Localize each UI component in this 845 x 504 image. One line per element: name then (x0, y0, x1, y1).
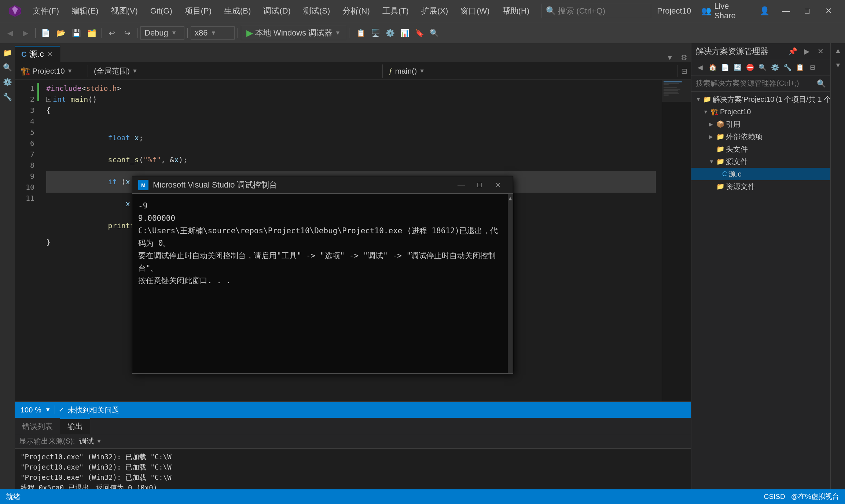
active-tab[interactable]: C 源.c ✕ (15, 46, 60, 62)
editor-split-button[interactable]: ⊟ (677, 65, 691, 77)
title-bar-right: Project10 👥 Live Share 👤 — □ ✕ (657, 0, 839, 22)
output-source-dropdown[interactable]: 调试 ▼ (79, 436, 102, 446)
panel-tool-filter[interactable]: 🔍 (757, 62, 768, 73)
debug-scroll-up-icon[interactable]: ▲ (507, 195, 513, 202)
tree-source-c[interactable]: ▶ C 源.c (691, 168, 830, 180)
scope-breadcrumb[interactable]: (全局范围) ▼ (88, 64, 383, 78)
panel-tool-refresh[interactable]: 🔄 (732, 62, 743, 73)
debug-console-title-bar: M Microsoft Visual Studio 调试控制台 — □ ✕ (132, 176, 513, 194)
function-breadcrumb[interactable]: ƒ main() ▼ (383, 65, 677, 77)
menu-help[interactable]: 帮助(H) (496, 4, 536, 18)
toolbar-icon-4[interactable]: 📊 (398, 26, 412, 40)
scroll-down-button[interactable]: ▼ (831, 58, 845, 73)
maximize-button[interactable]: □ (797, 4, 818, 18)
panel-header: 解决方案资源管理器 📌 ▶ ✕ (691, 43, 830, 59)
activity-icon-3[interactable]: ⚙️ (1, 75, 14, 89)
panel-tool-home[interactable]: 🏠 (707, 62, 719, 73)
activity-icon-4[interactable]: 🔧 (1, 90, 14, 103)
panel-search-bar: 🔍 (691, 75, 830, 92)
menu-tools[interactable]: 工具(T) (376, 4, 415, 18)
solution-search-icon[interactable]: 🔍 (817, 79, 826, 88)
menu-git[interactable]: Git(G) (144, 5, 178, 17)
line-col-status[interactable]: @在%虚拟视台 (791, 492, 839, 501)
activity-icon-2[interactable]: 🔍 (1, 61, 14, 74)
debug-config-dropdown[interactable]: Debug ▼ (140, 26, 184, 40)
panel-tool-back[interactable]: ◀ (694, 62, 706, 73)
open-button[interactable]: 📂 (54, 26, 68, 40)
close-button[interactable]: ✕ (818, 4, 839, 18)
activity-icon-1[interactable]: 📁 (1, 46, 14, 59)
panel-tool-misc[interactable]: 🔧 (782, 62, 793, 73)
debug-console-maximize[interactable]: □ (470, 178, 489, 192)
menu-project[interactable]: 项目(P) (179, 4, 217, 18)
panel-tool-props[interactable]: 📋 (794, 62, 806, 73)
source-label: 源文件 (726, 157, 748, 167)
zoom-level[interactable]: 100 % (21, 406, 41, 414)
fold-icon-main[interactable]: - (46, 97, 51, 102)
live-share-button[interactable]: 👥 Live Share (697, 0, 754, 22)
panel-tool-stop[interactable]: ⛔ (744, 62, 756, 73)
tab-settings-button[interactable]: ⚙ (677, 53, 691, 62)
toolbar-sep-4 (187, 28, 188, 38)
minimize-button[interactable]: — (775, 4, 797, 18)
undo-button[interactable]: ↩ (105, 26, 119, 40)
tree-external-deps[interactable]: ▶ 📁 外部依赖项 (691, 130, 830, 143)
panel-pin-button[interactable]: 📌 (787, 46, 798, 57)
toolbar-icon-3[interactable]: ⚙️ (383, 26, 397, 40)
encoding-status[interactable]: CSISD (764, 493, 785, 501)
debug-console-minimize[interactable]: — (452, 178, 470, 192)
scroll-up-button[interactable]: ▲ (831, 43, 845, 58)
menu-build[interactable]: 生成(B) (218, 4, 257, 18)
save-button[interactable]: 💾 (69, 26, 83, 40)
tree-project-root[interactable]: ▼ 🏗️ Project10 (691, 105, 830, 118)
tab-errors[interactable]: 错误列表 (15, 418, 60, 434)
platform-dropdown[interactable]: x86 ▼ (191, 26, 235, 40)
panel-tool-settings[interactable]: ⚙️ (769, 62, 781, 73)
debug-console-output[interactable]: -9 9.000000 C:\Users\王斯楠\source\repos\Pr… (132, 194, 508, 373)
back-button[interactable]: ◀ (3, 26, 17, 40)
check-icon: ✓ (59, 406, 64, 414)
debug-console-close[interactable]: ✕ (489, 178, 507, 192)
tab-output[interactable]: 输出 (60, 418, 90, 434)
tree-solution-root[interactable]: ▼ 📁 解决方案'Project10'(1 个项目/共 1 个) (691, 93, 830, 105)
tab-close-button[interactable]: ✕ (47, 51, 54, 58)
menu-extensions[interactable]: 扩展(X) (415, 4, 454, 18)
debug-console-scrollbar[interactable]: ▲ (508, 194, 513, 373)
solution-search-input[interactable] (696, 79, 814, 88)
start-debug-button[interactable]: ▶ 本地 Windows 调试器 ▼ (241, 26, 346, 40)
project-icon: 🏗️ (710, 108, 719, 116)
menu-file[interactable]: 文件(F) (27, 4, 65, 18)
tab-overflow-button[interactable]: ▼ (662, 53, 677, 62)
toolbar-icon-1[interactable]: 📋 (354, 26, 368, 40)
function-arrow-icon: ▼ (419, 68, 425, 74)
toolbar-icon-5[interactable]: 🔖 (412, 26, 426, 40)
profile-icon[interactable]: 👤 (760, 6, 769, 16)
new-file-button[interactable]: 📄 (38, 26, 52, 40)
zoom-chevron-icon[interactable]: ▼ (45, 407, 51, 413)
tree-header-files[interactable]: ▶ 📁 头文件 (691, 143, 830, 155)
save-all-button[interactable]: 🗂️ (85, 26, 99, 40)
title-search-box[interactable]: 🔍 搜索 (Ctrl+Q) (541, 4, 651, 18)
panel-close-button[interactable]: ✕ (815, 46, 826, 57)
code-line-5: float x; (46, 127, 656, 149)
menu-analyze[interactable]: 分析(N) (337, 4, 376, 18)
tree-resource-files[interactable]: ▶ 📁 资源文件 (691, 180, 830, 193)
menu-view[interactable]: 视图(V) (105, 4, 144, 18)
panel-tool-collapse[interactable]: ⊟ (807, 62, 818, 73)
project-expand-icon: ▼ (703, 109, 709, 115)
toolbar-icon-6[interactable]: 🔍 (427, 26, 441, 40)
panel-arrow-button[interactable]: ▶ (801, 46, 812, 57)
menu-edit[interactable]: 编辑(E) (66, 4, 104, 18)
headers-label: 头文件 (726, 144, 748, 154)
redo-button[interactable]: ↪ (120, 26, 134, 40)
tree-source-files[interactable]: ▼ 📁 源文件 (691, 155, 830, 168)
forward-button[interactable]: ▶ (18, 26, 32, 40)
menu-test[interactable]: 测试(S) (297, 4, 336, 18)
tree-references[interactable]: ▶ 📦 引用 (691, 118, 830, 130)
panel-tool-file[interactable]: 📄 (719, 62, 731, 73)
toolbar-icon-2[interactable]: 🖥️ (368, 26, 382, 40)
menu-debug[interactable]: 调试(D) (257, 4, 297, 18)
panel-toolbar: ◀ 🏠 📄 🔄 ⛔ 🔍 ⚙️ 🔧 📋 ⊟ (691, 59, 830, 75)
project-breadcrumb[interactable]: 🏗️ Project10 ▼ (15, 65, 88, 77)
menu-window[interactable]: 窗口(W) (455, 4, 495, 18)
